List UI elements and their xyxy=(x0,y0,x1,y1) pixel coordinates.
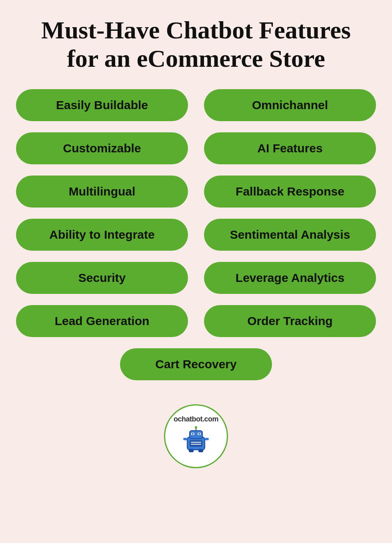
cart-recovery-row: Cart Recovery xyxy=(16,348,376,380)
badge-leverage-analytics: Leverage Analytics xyxy=(204,262,376,294)
badge-lead-generation: Lead Generation xyxy=(16,305,188,337)
badge-multilingual: Multilingual xyxy=(16,176,188,208)
badge-security: Security xyxy=(16,262,188,294)
svg-point-7 xyxy=(198,433,200,435)
robot-icon xyxy=(180,425,212,457)
svg-rect-14 xyxy=(205,438,209,440)
svg-point-3 xyxy=(195,426,197,429)
logo-inner: ochatbot.com xyxy=(165,405,227,467)
logo-container: ochatbot.com xyxy=(164,404,228,468)
badge-ai-features: AI Features xyxy=(204,132,376,164)
badge-easily-buildable: Easily Buildable xyxy=(16,89,188,121)
badge-cart-recovery: Cart Recovery xyxy=(120,348,272,380)
logo-wrapper: ochatbot.com xyxy=(164,404,228,468)
badge-omnichannel: Omnichannel xyxy=(204,89,376,121)
svg-point-6 xyxy=(192,433,194,435)
badges-grid: Easily Buildable Omnichannel Customizabl… xyxy=(16,89,376,337)
badge-customizable: Customizable xyxy=(16,132,188,164)
svg-rect-12 xyxy=(198,449,203,452)
svg-rect-11 xyxy=(189,449,194,452)
svg-rect-8 xyxy=(190,440,202,447)
svg-rect-13 xyxy=(183,438,187,440)
badge-order-tracking: Order Tracking xyxy=(204,305,376,337)
badge-fallback-response: Fallback Response xyxy=(204,176,376,208)
logo-text: ochatbot.com xyxy=(174,415,218,423)
page-title: Must-Have Chatbot Features for an eComme… xyxy=(41,16,351,73)
badge-sentimental-analysis: Sentimental Analysis xyxy=(204,219,376,251)
badge-ability-to-integrate: Ability to Integrate xyxy=(16,219,188,251)
